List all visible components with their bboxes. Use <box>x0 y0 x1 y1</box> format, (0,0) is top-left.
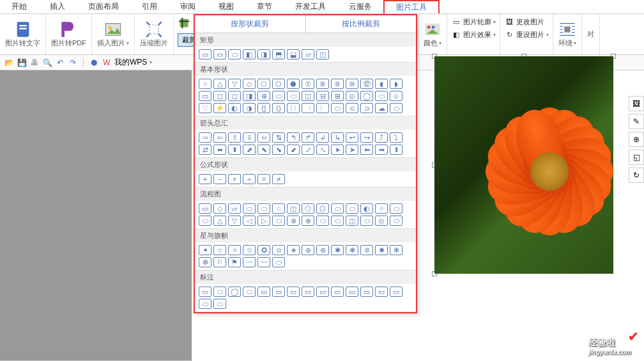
rect-shape-3[interactable]: ◧ <box>243 49 256 59</box>
formula-shape-5[interactable]: ≠ <box>272 174 285 184</box>
tab-section[interactable]: 章节 <box>245 0 284 13</box>
basic-shape-10[interactable]: ⑩ <box>346 79 358 89</box>
formula-shape-4[interactable]: = <box>257 174 270 184</box>
compress-pic-group[interactable]: 压缩图片 <box>135 14 174 54</box>
rect-shape-0[interactable]: ▭ <box>199 49 211 59</box>
flowchart-shape-0[interactable]: ▭ <box>199 203 211 214</box>
callouts-shape-4[interactable]: ▭ <box>257 287 270 297</box>
print-icon[interactable]: 🖶 <box>29 58 40 68</box>
basic-shape-14[interactable]: ▭ <box>199 91 211 101</box>
flowchart-shape-9[interactable]: ⬭ <box>331 203 344 214</box>
basic-shape-25[interactable]: ◯ <box>360 91 373 101</box>
stars-shape-3[interactable]: ✩ <box>243 245 256 255</box>
callouts-shape-14[interactable]: ⬭ <box>199 299 211 309</box>
tool-edit-icon[interactable]: ✎ <box>629 114 644 129</box>
basic-shape-2[interactable]: ▽ <box>228 79 241 89</box>
flowchart-shape-15[interactable]: △ <box>213 216 226 226</box>
basic-shape-12[interactable]: ◖ <box>375 79 388 89</box>
stars-shape-18[interactable]: 〰 <box>257 257 270 267</box>
basic-shape-17[interactable]: ◨ <box>243 91 256 101</box>
arrows-shape-3[interactable]: ⇩ <box>243 132 256 143</box>
preview-icon[interactable]: 🔍 <box>42 58 52 68</box>
callouts-shape-9[interactable]: ▭ <box>331 287 344 297</box>
arrows-shape-23[interactable]: ➤ <box>331 145 344 155</box>
basic-shape-16[interactable]: ◻ <box>228 91 241 101</box>
basic-shape-26[interactable]: ⬭ <box>375 91 388 101</box>
basic-shape-35[interactable]: 〈 <box>302 103 314 113</box>
stars-shape-4[interactable]: ✪ <box>257 245 270 255</box>
pic-outline-button[interactable]: ▭图片轮廓▾ <box>451 17 496 27</box>
rect-shape-6[interactable]: ⬓ <box>287 49 300 59</box>
color-group[interactable]: 颜色▾ <box>418 14 447 54</box>
rect-shape-8[interactable]: ◫ <box>316 49 329 59</box>
arrows-shape-20[interactable]: ⬋ <box>287 145 300 155</box>
basic-shape-20[interactable]: ⬭ <box>287 91 300 101</box>
basic-shape-37[interactable]: ⬭ <box>331 103 344 113</box>
basic-shape-40[interactable]: ☁ <box>375 103 388 113</box>
stars-shape-14[interactable]: ✼ <box>199 257 211 267</box>
basic-shape-1[interactable]: △ <box>213 79 226 89</box>
stars-shape-5[interactable]: ✫ <box>272 245 285 255</box>
flowchart-shape-6[interactable]: ◫ <box>287 203 300 214</box>
basic-shape-4[interactable]: ⬠ <box>257 79 270 89</box>
tab-cloud[interactable]: 云服务 <box>337 0 383 13</box>
tool-crop-icon[interactable]: ◱ <box>629 150 644 165</box>
arrows-shape-14[interactable]: ⇄ <box>199 145 211 155</box>
flowchart-shape-23[interactable]: ⬭ <box>331 216 344 226</box>
basic-shape-23[interactable]: ⊞ <box>331 91 344 101</box>
align-group[interactable]: 对 <box>582 14 600 54</box>
flowchart-shape-27[interactable]: ⬭ <box>390 216 402 226</box>
basic-shape-8[interactable]: ⑧ <box>316 79 329 89</box>
arrows-shape-0[interactable]: ⇨ <box>199 132 211 143</box>
arrows-shape-13[interactable]: ⤵ <box>390 132 402 143</box>
flowchart-shape-16[interactable]: ▽ <box>228 216 241 226</box>
tab-view[interactable]: 视图 <box>207 0 245 13</box>
flowchart-shape-25[interactable]: ⬭ <box>360 216 373 226</box>
arrows-shape-26[interactable]: ➡ <box>375 145 388 155</box>
save-icon[interactable]: 💾 <box>17 58 27 68</box>
redo-icon[interactable]: ↷ <box>68 58 78 68</box>
basic-shape-15[interactable]: ◻ <box>213 91 226 101</box>
formula-shape-2[interactable]: × <box>228 174 241 184</box>
rect-shape-5[interactable]: ⬒ <box>272 49 285 59</box>
arrows-shape-12[interactable]: ⤴ <box>375 132 388 143</box>
stars-shape-1[interactable]: ☆ <box>213 245 226 255</box>
flowchart-shape-7[interactable]: ⬠ <box>302 203 314 214</box>
crop-by-ratio-tab[interactable]: 按比例裁剪 <box>306 15 417 33</box>
arrows-shape-5[interactable]: ⇅ <box>272 132 285 143</box>
stars-shape-8[interactable]: ⊛ <box>316 245 329 255</box>
stars-shape-17[interactable]: 〰 <box>243 257 256 267</box>
flowchart-shape-4[interactable]: ⬭ <box>257 203 270 214</box>
wps-logo-icon[interactable]: W <box>102 58 112 68</box>
callouts-shape-7[interactable]: ▭ <box>302 287 314 297</box>
tab-picture-tools[interactable]: 图片工具 <box>383 0 440 13</box>
flowchart-shape-14[interactable]: ⬭ <box>199 216 211 226</box>
stars-shape-19[interactable]: ⬭ <box>272 257 285 267</box>
tool-rotate-icon[interactable]: ↻ <box>629 168 644 183</box>
callouts-shape-10[interactable]: ▭ <box>346 287 358 297</box>
arrows-shape-24[interactable]: ➤ <box>346 145 358 155</box>
arrows-shape-2[interactable]: ⇧ <box>228 132 241 143</box>
open-icon[interactable]: 📂 <box>4 58 14 68</box>
flowchart-shape-24[interactable]: ◫ <box>346 216 358 226</box>
formula-shape-3[interactable]: ÷ <box>243 174 256 184</box>
flowchart-shape-12[interactable]: ○ <box>375 203 388 214</box>
my-wps-label[interactable]: 我的WPS <box>114 57 147 68</box>
flowchart-shape-17[interactable]: ◁ <box>243 216 256 226</box>
arrows-shape-18[interactable]: ⬉ <box>257 145 270 155</box>
callouts-shape-12[interactable]: ▭ <box>375 287 388 297</box>
tool-pic-icon[interactable]: 🖼 <box>629 96 644 111</box>
rect-shape-2[interactable]: ⬭ <box>228 49 241 59</box>
basic-shape-39[interactable]: ⊃ <box>360 103 373 113</box>
flowchart-shape-19[interactable]: ⬭ <box>272 216 285 226</box>
rect-shape-4[interactable]: ◨ <box>257 49 270 59</box>
stars-shape-12[interactable]: ✺ <box>375 245 388 255</box>
arrows-shape-25[interactable]: ⬅ <box>360 145 373 155</box>
basic-shape-13[interactable]: ◗ <box>390 79 402 89</box>
stars-shape-2[interactable]: ✧ <box>228 245 241 255</box>
change-pic-button[interactable]: 🖼更改图片 <box>504 17 549 27</box>
rect-shape-1[interactable]: ▭ <box>213 49 226 59</box>
tab-layout[interactable]: 页面布局 <box>77 0 130 13</box>
rect-shape-7[interactable]: ▱ <box>302 49 314 59</box>
arrows-shape-6[interactable]: ↰ <box>287 132 300 143</box>
